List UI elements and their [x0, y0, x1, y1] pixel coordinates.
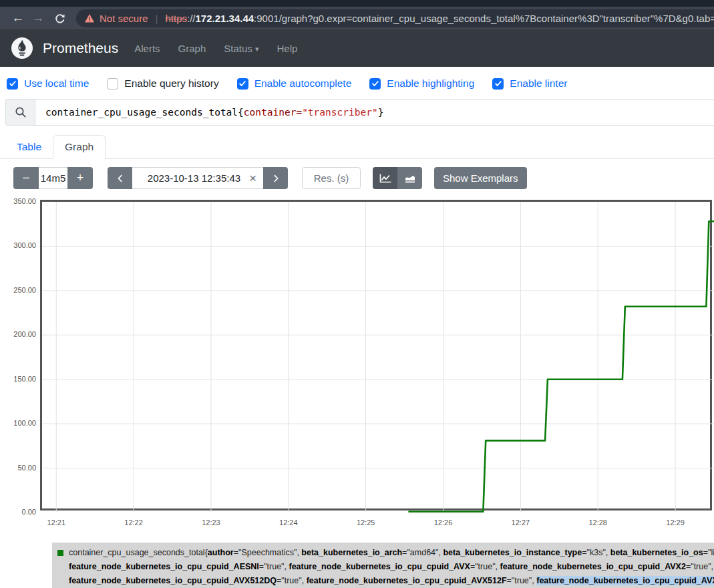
show-exemplars-button[interactable]: Show Exemplars	[434, 167, 527, 189]
y-axis-tick-label: 200.00	[0, 330, 36, 338]
chevron-left-icon	[116, 174, 125, 183]
unchecked-checkbox[interactable]	[107, 78, 118, 90]
stacked-chart-toggle-button[interactable]	[397, 167, 422, 189]
query-metric: container_cpu_usage_seconds_total{	[45, 107, 244, 118]
x-axis-tick-label: 12:23	[202, 519, 220, 527]
option-enable-linter[interactable]: Enable linter	[492, 78, 567, 90]
option-label[interactable]: Enable highlighting	[387, 78, 474, 90]
x-axis-tick-label: 12:21	[47, 519, 65, 527]
y-axis-tick-label: 300.00	[0, 241, 36, 249]
check-icon	[238, 80, 246, 88]
legend-label-value: container_cpu_usage_seconds_total{	[69, 548, 208, 557]
y-axis-tick-label: 250.00	[0, 286, 36, 294]
legend-line: feature_node_kubernetes_io_cpu_cpuid_AVX…	[69, 574, 710, 588]
y-axis-tick-label: 100.00	[0, 419, 36, 427]
url-divider: |	[156, 13, 158, 24]
address-bar[interactable]: Not secure | https://172.21.34.44:9001/g…	[76, 9, 714, 27]
not-secure-label: Not secure	[100, 13, 148, 24]
prometheus-navbar: Prometheus Alerts Graph Status ▾ Help	[0, 29, 714, 67]
browser-forward-button[interactable]: →	[28, 11, 48, 25]
chart-svg	[42, 202, 714, 512]
line-chart-toggle-button[interactable]	[373, 167, 397, 189]
options-row: Use local timeEnable query historyEnable…	[0, 67, 714, 98]
x-axis-tick-label: 12:29	[666, 519, 685, 527]
query-label-value: "transcriber"	[302, 107, 378, 118]
legend-label-value: ="k3s",	[582, 548, 610, 557]
search-icon	[15, 106, 27, 118]
legend-item[interactable]: container_cpu_usage_seconds_total{author…	[52, 543, 714, 588]
option-enable-query-history[interactable]: Enable query history	[107, 78, 218, 90]
range-duration-input[interactable]: 14m5	[39, 167, 67, 189]
legend-label-name: feature_node_kubernetes_io_cpu_cpuid_AES…	[69, 562, 259, 571]
browser-toolbar: ← → Not secure | https://172.21.34.44:90…	[0, 7, 714, 29]
legend-label-value: ="true",	[507, 576, 537, 585]
option-use-local-time[interactable]: Use local time	[7, 78, 89, 90]
option-enable-highlighting[interactable]: Enable highlighting	[369, 78, 474, 90]
query-search-addon	[6, 100, 35, 125]
chevron-down-icon: ▾	[255, 45, 259, 53]
app-title[interactable]: Prometheus	[43, 40, 118, 56]
option-label[interactable]: Enable linter	[510, 78, 567, 90]
tab-graph[interactable]: Graph	[53, 135, 106, 159]
stacked-chart-icon	[403, 173, 417, 184]
legend-line: container_cpu_usage_seconds_total{author…	[69, 546, 710, 560]
datetime-value: 2023-10-13 12:35:43	[139, 172, 249, 184]
browser-window-strip	[0, 0, 714, 7]
option-enable-autocomplete[interactable]: Enable autocomplete	[237, 78, 352, 90]
x-axis-tick-label: 12:28	[588, 519, 607, 527]
legend-label-name: feature_node_kubernetes_io_cpu_cpuid_AVX	[289, 562, 470, 571]
option-label[interactable]: Enable query history	[124, 78, 218, 90]
legend-label-name: feature_node_kubernetes_io_cpu_cpuid_AVX…	[307, 576, 507, 585]
query-expression-input[interactable]: container_cpu_usage_seconds_total{contai…	[35, 100, 714, 125]
nav-link-help[interactable]: Help	[277, 43, 298, 54]
clear-datetime-icon[interactable]: ×	[249, 172, 256, 184]
legend-label-name: beta_kubernetes_io_os	[610, 548, 703, 557]
checked-checkbox[interactable]	[492, 78, 504, 90]
option-label[interactable]: Enable autocomplete	[254, 78, 352, 90]
range-decrease-button[interactable]: −	[13, 167, 39, 189]
browser-reload-button[interactable]	[48, 13, 71, 24]
page: ← → Not secure | https://172.21.34.44:90…	[0, 0, 714, 588]
y-axis-tick-label: 0.00	[0, 508, 36, 516]
graph-controls: − 14m5 + 2023-10-13 12:35:43 × Res. (s)	[13, 167, 714, 189]
option-label[interactable]: Use local time	[24, 78, 89, 90]
checked-checkbox[interactable]	[237, 78, 248, 90]
url-text: https://172.21.34.44:9001/graph?g0.expr=…	[165, 13, 714, 24]
prometheus-logo[interactable]	[11, 37, 33, 59]
browser-back-button[interactable]: ←	[8, 11, 28, 25]
tab-table[interactable]: Table	[5, 136, 53, 158]
x-axis-tick-label: 12:26	[434, 519, 453, 527]
time-forward-button[interactable]	[263, 167, 288, 189]
nav-link-alerts[interactable]: Alerts	[134, 43, 160, 54]
series-swatch-icon	[57, 550, 63, 556]
check-icon	[494, 80, 502, 88]
legend-label-value: ="amd64",	[402, 548, 443, 557]
nav-link-status[interactable]: Status ▾	[224, 43, 258, 54]
time-back-button[interactable]	[108, 167, 132, 189]
query-input-group: container_cpu_usage_seconds_total{contai…	[5, 99, 714, 126]
range-increase-button[interactable]: +	[67, 167, 93, 189]
plot-canvas[interactable]	[40, 200, 712, 510]
chart-type-toggle	[373, 167, 422, 189]
legend-label-value: ="true",	[259, 562, 289, 571]
legend-label-value: ="true",	[470, 562, 500, 571]
checked-checkbox[interactable]	[369, 78, 381, 90]
resolution-input[interactable]: Res. (s)	[302, 167, 361, 189]
checked-checkbox[interactable]	[7, 78, 18, 90]
legend-label-value: ="true",	[277, 576, 307, 585]
legend-text: container_cpu_usage_seconds_total{author…	[69, 546, 710, 588]
legend-label-name: beta_kubernetes_io_arch	[301, 548, 402, 557]
nav-link-graph[interactable]: Graph	[178, 43, 206, 54]
check-icon	[371, 80, 379, 88]
check-icon	[9, 80, 17, 88]
legend-label-value: ="linux",	[703, 548, 714, 557]
datetime-input[interactable]: 2023-10-13 12:35:43 ×	[132, 167, 263, 189]
y-axis-tick-label: 350.00	[0, 197, 36, 205]
url-separator: ://	[187, 13, 196, 24]
x-axis-tick-label: 12:24	[279, 519, 298, 527]
chevron-right-icon	[271, 174, 281, 183]
legend-label-name: feature_node_kubernetes_io_cpu_cpuid_AVX…	[69, 576, 277, 585]
legend-label-value: ="true",	[686, 562, 714, 571]
warning-icon	[84, 13, 95, 23]
panel-tabs: Table Graph	[0, 134, 714, 159]
